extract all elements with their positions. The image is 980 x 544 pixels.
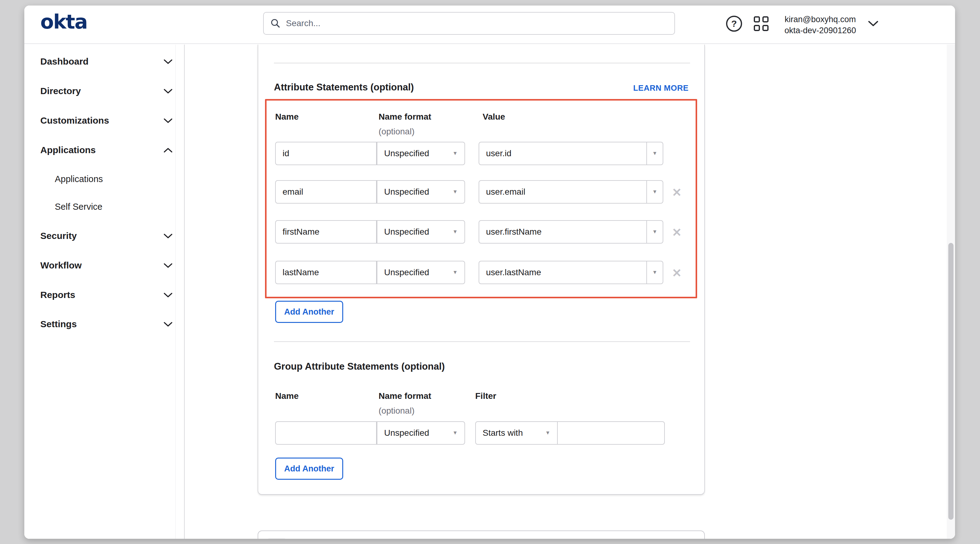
attr-name-format-value: Unspecified [384, 149, 429, 159]
attr-value-combobox[interactable]: user.firstName ▼ [479, 220, 663, 244]
chevron-down-icon [164, 263, 173, 268]
sidebar-item-applications-sub[interactable]: Applications [24, 169, 184, 189]
account-chevron-down-icon[interactable] [868, 20, 879, 27]
add-another-attribute-button[interactable]: Add Another [275, 301, 343, 323]
chevron-down-icon: ▼ [452, 430, 458, 436]
sidebar-item-customizations[interactable]: Customizations [24, 111, 184, 130]
attr-value-combobox[interactable]: user.lastName ▼ [479, 261, 663, 284]
attr-name-format-select[interactable]: Unspecified ▼ [377, 142, 465, 165]
account-info[interactable]: kiran@boxyhq.com okta-dev-20901260 [778, 12, 863, 38]
top-header: okta ? kiran@boxyhq.com okta-dev-2090126… [24, 6, 955, 44]
attr-value-text: user.id [479, 149, 646, 159]
sidebar-label: Applications [40, 145, 96, 155]
add-another-group-attribute-button[interactable]: Add Another [275, 458, 343, 480]
chevron-down-icon: ▼ [652, 229, 657, 235]
group-filter-type-select[interactable]: Starts with ▼ [475, 421, 558, 445]
chevron-down-icon [164, 59, 173, 64]
chevron-down-icon: ▼ [452, 229, 458, 235]
chevron-down-icon: ▼ [652, 189, 657, 195]
column-header-name-format: Name format [379, 112, 431, 122]
sidebar-sublabel: Self Service [55, 202, 102, 212]
attr-value-text: user.firstName [479, 227, 646, 237]
attr-name-format-value: Unspecified [384, 227, 429, 237]
remove-row-button[interactable]: ✕ [670, 266, 684, 280]
group-filter-value-input[interactable] [557, 421, 665, 445]
sidebar-item-applications[interactable]: Applications [24, 140, 184, 160]
attr-name-input[interactable] [275, 220, 377, 244]
sidebar-item-reports[interactable]: Reports [24, 285, 184, 305]
next-section-card [258, 530, 705, 539]
attr-name-input[interactable] [275, 261, 377, 284]
scrollbar-thumb[interactable] [948, 243, 953, 520]
sidebar-label: Directory [40, 86, 81, 96]
chevron-down-icon [164, 118, 173, 123]
chevron-down-icon [164, 89, 173, 94]
chevron-down-icon: ▼ [652, 270, 657, 276]
attribute-row: Unspecified ▼ user.id ▼ [258, 142, 705, 165]
chevron-down-icon [164, 322, 173, 327]
group-name-format-value: Unspecified [384, 428, 429, 438]
sidebar-item-dashboard[interactable]: Dashboard [24, 52, 184, 71]
group-column-note-optional: (optional) [379, 406, 415, 416]
chevron-down-icon: ▼ [652, 151, 657, 157]
global-search[interactable] [263, 12, 675, 35]
attr-name-format-value: Unspecified [384, 268, 429, 278]
help-icon: ? [726, 16, 742, 32]
sidebar-item-settings[interactable]: Settings [24, 314, 184, 334]
sidebar-item-security[interactable]: Security [24, 226, 184, 246]
attr-name-format-select[interactable]: Unspecified ▼ [377, 220, 465, 244]
sidebar-label: Workflow [40, 260, 81, 271]
user-email: kiran@boxyhq.com [784, 14, 856, 25]
sidebar-item-self-service[interactable]: Self Service [24, 197, 184, 216]
chevron-down-icon [164, 292, 173, 298]
section-divider [274, 63, 690, 63]
group-name-input[interactable] [275, 421, 377, 445]
attribute-row: Unspecified ▼ user.firstName ▼ ✕ [258, 220, 705, 244]
sidebar-label: Security [40, 231, 76, 241]
org-id: okta-dev-20901260 [784, 25, 856, 36]
sidebar-label: Customizations [40, 115, 109, 126]
attr-name-input[interactable] [275, 142, 377, 165]
sidebar-label: Reports [40, 290, 75, 300]
group-column-header-name: Name [275, 391, 299, 401]
chevron-up-icon [164, 147, 173, 153]
chevron-down-icon [164, 233, 173, 239]
group-filter-type-value: Starts with [483, 428, 523, 438]
attr-value-combobox[interactable]: user.email ▼ [479, 180, 663, 204]
combobox-toggle[interactable]: ▼ [646, 221, 663, 243]
sidebar-item-directory[interactable]: Directory [24, 81, 184, 101]
sidebar-label: Dashboard [40, 56, 89, 67]
apps-grid-button[interactable] [752, 15, 770, 32]
search-icon [270, 18, 281, 29]
chevron-down-icon: ▼ [452, 151, 458, 157]
combobox-toggle[interactable]: ▼ [646, 262, 663, 284]
app-window: okta ? kiran@boxyhq.com okta-dev-2090126… [24, 6, 955, 539]
sidebar: Dashboard Directory Customizations Appli… [24, 44, 185, 539]
okta-logo[interactable]: okta [40, 11, 87, 33]
body-area: Dashboard Directory Customizations Appli… [24, 44, 955, 539]
saml-settings-card: Attribute Statements (optional) LEARN MO… [258, 44, 705, 495]
learn-more-link[interactable]: LEARN MORE [633, 83, 689, 93]
group-column-header-name-format: Name format [379, 391, 431, 401]
attribute-row: Unspecified ▼ user.lastName ▼ ✕ [258, 261, 705, 284]
help-button[interactable]: ? [725, 15, 743, 32]
remove-row-button[interactable]: ✕ [670, 226, 684, 239]
chevron-down-icon: ▼ [452, 189, 458, 195]
grid-icon [754, 16, 768, 31]
group-name-format-select[interactable]: Unspecified ▼ [377, 421, 465, 445]
group-column-header-filter: Filter [475, 391, 496, 401]
attr-name-format-select[interactable]: Unspecified ▼ [377, 180, 465, 204]
attr-name-format-select[interactable]: Unspecified ▼ [377, 261, 465, 284]
combobox-toggle[interactable]: ▼ [646, 143, 663, 165]
attr-name-format-value: Unspecified [384, 187, 429, 197]
search-input[interactable] [285, 18, 668, 29]
group-attribute-statements-title: Group Attribute Statements (optional) [274, 361, 445, 372]
column-note-optional: (optional) [379, 127, 415, 136]
combobox-toggle[interactable]: ▼ [646, 181, 663, 203]
remove-row-button[interactable]: ✕ [670, 186, 684, 199]
sidebar-item-workflow[interactable]: Workflow [24, 255, 184, 275]
attribute-statements-title: Attribute Statements (optional) [274, 82, 414, 93]
attr-name-input[interactable] [275, 180, 377, 204]
attribute-row: Unspecified ▼ user.email ▼ ✕ [258, 180, 705, 204]
attr-value-combobox[interactable]: user.id ▼ [479, 142, 663, 165]
